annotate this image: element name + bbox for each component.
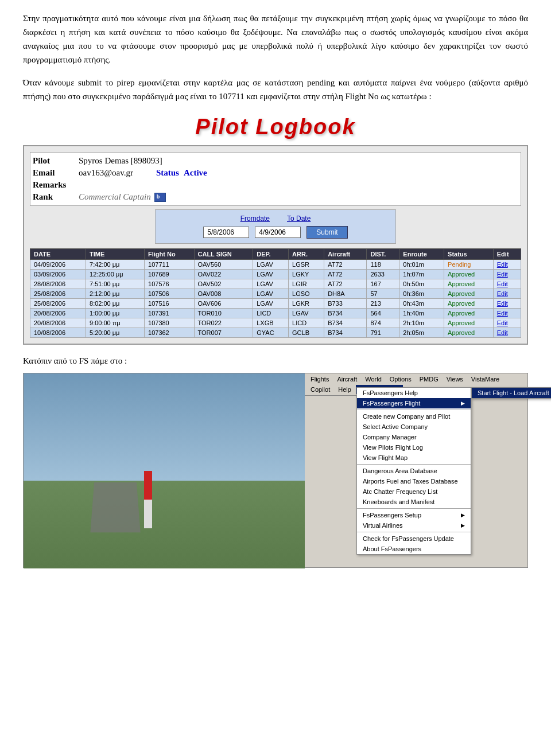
table-cell: TOR007 [194,328,253,338]
table-cell: 7:42:00 μμ [86,260,145,270]
table-cell: GYAC [253,328,289,338]
table-cell: 04/09/2006 [30,260,86,270]
col-edit: Edit [493,249,521,260]
menubar-views[interactable]: Views [443,375,467,384]
table-cell: LGKY [289,270,324,279]
status-badge: Approved [444,289,494,299]
edit-link[interactable]: Edit [493,309,521,318]
rank-value: Commercial Captain [79,192,151,202]
table-cell: 2h:10m [399,318,444,328]
table-cell: DH8A [324,289,367,299]
menubar-aircraft[interactable]: Aircraft [333,375,360,384]
menubar-copilot[interactable]: Copilot [307,385,333,394]
todate-label: To Date [287,215,311,223]
table-row: 20/08/20069:00:00 πμ107380TOR022LXGBLICD… [30,318,521,328]
email-label: Email [33,168,79,178]
dropdown-virtual-airlines[interactable]: Virtual Airlines ▶ [357,520,471,531]
fromdate-input[interactable] [203,227,249,238]
table-cell: 107362 [145,328,194,338]
col-aircraft: Aircraft [324,249,367,260]
dropdown-flight-label: FsPassengers Flight [363,400,420,407]
remarks-row: Remarks [33,179,518,191]
table-cell: 1h:40m [399,309,444,318]
table-cell: LXGB [253,318,289,328]
dropdown-airports-fuel[interactable]: Airports Fuel and Taxes Database [357,476,471,486]
table-cell: 25/08/2006 [30,289,86,299]
menubar-options[interactable]: Options [386,375,415,384]
table-cell: OAV022 [194,270,253,279]
menubar-world[interactable]: World [362,375,385,384]
dropdown-help[interactable]: FsPassengers Help [357,388,471,398]
table-cell: OAV560 [194,260,253,270]
menubar-help[interactable]: Help [335,385,355,394]
table-cell: 107516 [145,299,194,309]
menubar-vistamare[interactable]: VistaMare [468,375,503,384]
dropdown-check-update[interactable]: Check for FsPassengers Update [357,533,471,544]
table-cell: 57 [367,289,399,299]
pilot-value: Spyros Demas [898093] [79,156,162,166]
table-cell: 20/08/2006 [30,318,86,328]
col-flightno: Flight No [145,249,194,260]
paragraph-2: Όταν κάνουμε submit το pirep εμφανίζεται… [23,76,528,103]
table-cell: 0h:43m [399,299,444,309]
table-row: 04/09/20067:42:00 μμ107711OAV560LGAVLGSR… [30,260,521,270]
table-cell: 118 [367,260,399,270]
fs-ground [24,481,305,568]
table-cell: LGKR [289,299,324,309]
table-cell: LGAV [253,289,289,299]
pilot-label: Pilot [33,156,79,166]
dropdown-create-company[interactable]: Create new Company and Pilot [357,411,471,422]
logbook-title: Pilot Logbook [23,115,528,139]
edit-link[interactable]: Edit [493,328,521,338]
dropdown-setup[interactable]: FsPassengers Setup ▶ [357,510,471,520]
dropdown-dangerous-area[interactable]: Dangerous Area Database [357,466,471,476]
dropdown-company-manager[interactable]: Company Manager [357,432,471,442]
va-arrow-icon: ▶ [461,523,465,528]
edit-link[interactable]: Edit [493,289,521,299]
table-cell: OAV008 [194,289,253,299]
dropdown-view-map[interactable]: View Flight Map [357,453,471,463]
table-cell: LICD [289,318,324,328]
submenu-start-flight[interactable]: Start Flight - Load Aircraft [472,388,551,398]
status-badge: Approved [444,318,494,328]
table-cell: 0h:01m [399,260,444,270]
email-value: oav163@oav.gr [79,168,133,178]
table-cell: 107576 [145,279,194,289]
rank-row: Rank Commercial Captain [33,191,518,203]
fs-view [24,373,305,568]
submit-button[interactable]: Submit [306,226,347,239]
dropdown-flight[interactable]: FsPassengers Flight ▶ [357,398,471,408]
date-filter-form: Fromdate To Date Submit [155,209,396,244]
fs-submenu: Start Flight - Load Aircraft [471,387,551,399]
edit-link[interactable]: Edit [493,270,521,279]
table-cell: AT72 [324,279,367,289]
dropdown-kneeboards[interactable]: Kneeboards and Manifest [357,497,471,507]
dropdown-about[interactable]: About FsPassengers [357,544,471,554]
edit-link[interactable]: Edit [493,318,521,328]
dropdown-select-company[interactable]: Select Active Company [357,422,471,432]
table-cell: LICD [253,309,289,318]
fs-sky [24,373,305,481]
table-cell: 1:00:00 μμ [86,309,145,318]
menubar-pmdg[interactable]: PMDG [416,375,442,384]
table-cell: TOR010 [194,309,253,318]
edit-link[interactable]: Edit [493,279,521,289]
dropdown-atc-chatter[interactable]: Atc Chatter Frequency List [357,486,471,497]
table-cell: LGAV [253,260,289,270]
table-cell: AT72 [324,260,367,270]
status-badge: Approved [444,299,494,309]
pilot-row: Pilot Spyros Demas [898093] [33,155,518,167]
edit-link[interactable]: Edit [493,260,521,270]
fromdate-label: Fromdate [240,215,270,223]
dropdown-view-pilots[interactable]: View Pilots Flight Log [357,442,471,453]
todate-input[interactable] [255,227,301,238]
table-cell: LGAV [253,299,289,309]
menubar-flights[interactable]: Flights [307,375,332,384]
status-badge: Approved [444,328,494,338]
flight-log-table: DATE TIME Flight No CALL SIGN DEP. ARR. … [30,248,521,338]
edit-link[interactable]: Edit [493,299,521,309]
table-cell: 107506 [145,289,194,299]
table-cell: 2:12:00 μμ [86,289,145,299]
status-badge: Pending [444,260,494,270]
fs-menu-area: Flights Aircraft World Options PMDG View… [305,373,527,567]
